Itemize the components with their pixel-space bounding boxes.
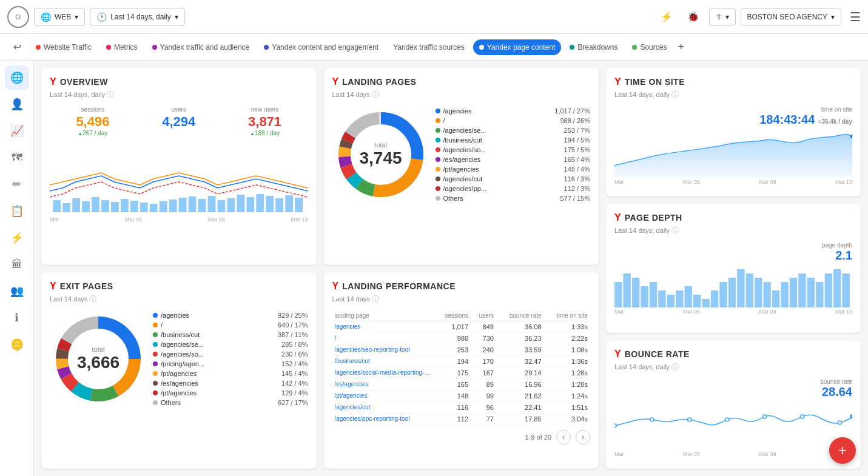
svg-rect-48 [693,295,701,307]
svg-rect-59 [790,278,797,307]
svg-rect-2 [72,198,80,212]
svg-rect-64 [833,269,841,307]
legend-item: /pt/agencies145 / 4% [153,370,308,377]
tab-website-traffic[interactable]: Website Traffic [30,39,98,55]
time-info-icon[interactable]: ⓘ [671,90,679,100]
time-on-site-card: Y TIME ON SITE Last 14 days, daily ⓘ tim… [606,68,861,196]
add-tab-button[interactable]: + [675,41,687,53]
bounce-info-icon[interactable]: ⓘ [671,362,679,372]
perf-bounce: 22.41 [496,401,544,413]
sessions-delta: 267 / day [76,130,109,136]
svg-rect-61 [807,278,815,307]
perf-page: /agencies [332,321,434,332]
table-row: /agencies/social-media-reporting-too 175… [332,367,591,378]
depth-bar-chart [614,265,852,307]
svg-rect-15 [198,199,206,212]
table-row: /agencies/ppc-reporting-tool 112 77 17.8… [332,413,591,424]
perf-info-icon[interactable]: ⓘ [372,294,379,304]
flame-button[interactable]: ⚡ [656,6,678,28]
sidebar-item-brush[interactable]: ✏ [5,172,29,196]
agency-chevron: ▾ [831,13,835,21]
exit-total-value: 3,666 [77,353,119,372]
bounce-y-icon: Y [614,349,621,360]
sidebar-item-people[interactable]: 👤 [5,92,29,116]
time-title: TIME ON SITE [625,77,685,87]
depth-info-icon[interactable]: ⓘ [671,226,679,236]
landing-total-value: 3,745 [359,149,402,168]
perf-time: 1:33s [544,321,590,332]
sidebar-item-coin[interactable]: 🪙 [5,332,29,357]
exit-y-icon: Y [50,281,56,292]
svg-rect-41 [632,278,639,307]
prev-page-button[interactable]: ‹ [556,430,571,444]
exit-donut-section: total 3,666 /agencies929 / 25%/640 / 17%… [50,310,308,407]
landing-title: LANDING PAGES [342,77,416,87]
sidebar-item-list[interactable]: 📋 [5,199,29,223]
share-dropdown[interactable]: ⇧ ▾ [709,8,736,25]
web-chevron: ▾ [75,13,78,21]
tab-yandex-page[interactable]: Yandex page content [473,39,562,55]
svg-rect-6 [111,202,119,212]
sidebar-item-globe2[interactable]: 🗺 [5,146,29,170]
sidebar-item-globe[interactable]: 🌐 [5,65,29,90]
exit-info-icon[interactable]: ⓘ [89,294,96,304]
perf-bounce: 32.47 [496,355,544,367]
svg-rect-17 [218,200,226,212]
tab-yandex-content[interactable]: Yandex content and engagement [258,39,385,55]
perf-users: 89 [471,378,496,390]
landing-info-icon[interactable]: ⓘ [372,90,379,100]
table-row: /business/cut 194 170 32.47 1:36s [332,355,591,367]
exit-donut-center: total 3,666 [77,346,119,372]
tab-breakdowns[interactable]: Breakdowns [564,39,624,55]
svg-rect-14 [189,196,197,212]
landing-pages-card: Y LANDING PAGES Last 14 days ⓘ [324,68,599,265]
agency-dropdown[interactable]: BOSTON SEO AGENCY ▾ [741,8,841,25]
svg-rect-8 [130,201,138,212]
bounce-subtitle: Last 14 days, daily ⓘ [614,362,852,372]
fab-button[interactable]: + [829,437,856,464]
svg-rect-50 [711,290,718,307]
tab-yandex-traffic[interactable]: Yandex traffic and audience [146,39,256,55]
hamburger-menu[interactable]: ☰ [850,10,861,24]
table-row: /es/agencies 165 89 16.96 1:28s [332,378,591,390]
logo-icon[interactable]: ○ [7,6,29,28]
tab-metrics[interactable]: Metrics [100,39,144,55]
svg-point-68 [688,418,691,421]
overview-y-icon: Y [50,76,56,87]
landing-subtitle: Last 14 days ⓘ [332,90,591,100]
overview-info-icon[interactable]: ⓘ [107,90,114,100]
new-users-metric: new users 3,871 188 / day [248,106,281,136]
sessions-metric: sessions 5,496 267 / day [76,106,109,136]
sidebar-item-info[interactable]: ℹ [5,306,29,330]
svg-rect-52 [728,278,736,307]
main-layout: 🌐 👤 📈 🗺 ✏ 📋 ⚡ 🏛 👥 ℹ 🪙 Y OVERVIEW Last 14… [0,61,868,476]
depth-chart-label: page depth [614,242,852,249]
svg-rect-39 [614,282,622,307]
sidebar-item-building[interactable]: 🏛 [5,252,29,277]
tab-sources[interactable]: Sources [626,39,673,55]
depth-x-labels: Mar Mar 05 Mar 09 Mar 13 [614,309,852,315]
topbar: ○ 🌐 WEB ▾ 🕐 Last 14 days, daily ▾ ⚡ 🐞 ⇧ … [0,0,868,34]
svg-point-66 [614,424,616,427]
perf-bounce: 16.96 [496,378,544,390]
perf-sessions: 1,017 [434,321,471,332]
sidebar-item-analytics[interactable]: 📈 [5,119,29,143]
perf-subtitle: Last 14 days ⓘ [332,294,591,304]
svg-point-71 [800,415,804,418]
clock-icon: 🕐 [96,12,107,22]
col-users: users [471,310,496,321]
legend-item: Others577 / 15% [436,195,591,202]
bug-button[interactable]: 🐞 [682,6,704,28]
web-dropdown[interactable]: 🌐 WEB ▾ [34,8,85,26]
sidebar-item-lightning[interactable]: ⚡ [5,226,29,250]
date-dropdown[interactable]: 🕐 Last 14 days, daily ▾ [90,8,184,26]
sidebar-item-person[interactable]: 👥 [5,279,29,303]
svg-rect-7 [121,199,129,212]
tab-yandex-sources[interactable]: Yandex traffic sources [387,39,471,55]
nav-back[interactable]: ↩ [7,38,27,56]
table-row: /agencies 1,017 849 36.08 1:33s [332,321,591,332]
svg-rect-55 [755,278,762,307]
perf-sessions: 194 [434,355,471,367]
next-page-button[interactable]: › [576,430,590,444]
svg-rect-24 [285,195,293,212]
